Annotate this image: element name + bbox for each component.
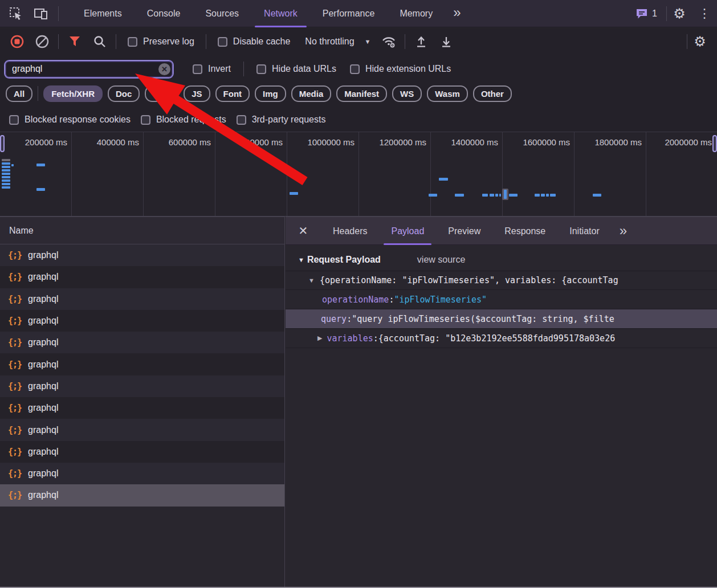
device-toolbar-icon[interactable] xyxy=(28,0,54,27)
close-detail-icon[interactable]: ✕ xyxy=(286,217,321,245)
request-row[interactable]: {;}graphql xyxy=(0,332,284,353)
kebab-menu-icon[interactable]: ⋮ xyxy=(692,0,717,27)
tab-memory[interactable]: Memory xyxy=(387,0,445,27)
blocked-requests-toggle[interactable]: Blocked requests xyxy=(141,115,226,125)
clear-filter-icon[interactable]: ✕ xyxy=(158,63,170,75)
name-column-header[interactable]: Name xyxy=(0,217,284,244)
filter-funnel-icon[interactable] xyxy=(62,29,87,54)
tab-network[interactable]: Network xyxy=(251,0,310,27)
clear-network-log-icon[interactable] xyxy=(30,29,55,54)
blocked-cookies-checkbox[interactable] xyxy=(9,115,19,125)
tab-response[interactable]: Response xyxy=(492,217,557,245)
payload-string-value: "ipFlowTimeseries" xyxy=(394,295,487,305)
view-source-link[interactable]: view source xyxy=(417,255,465,265)
hide-data-urls-checkbox[interactable] xyxy=(256,64,266,74)
import-har-icon[interactable] xyxy=(409,29,434,54)
overview-request-bar xyxy=(2,166,10,168)
request-row[interactable]: {;}graphql xyxy=(0,266,284,288)
inspect-element-icon[interactable] xyxy=(3,0,28,27)
hide-extension-urls-toggle[interactable]: Hide extension URLs xyxy=(350,64,451,74)
preserve-log-toggle[interactable]: Preserve log xyxy=(128,36,194,47)
tab-preview[interactable]: Preview xyxy=(436,217,492,245)
chip-img[interactable]: Img xyxy=(255,85,286,102)
payload-value: {accountTag: "b12e3b2192ee5588fdad995178… xyxy=(378,333,615,344)
throttling-select[interactable]: No throttling ▼ xyxy=(305,36,370,47)
chip-ws[interactable]: WS xyxy=(392,85,422,102)
expand-icon[interactable]: ▼ xyxy=(308,277,315,284)
filter-input[interactable] xyxy=(5,60,173,78)
request-row[interactable]: {;}graphql xyxy=(0,463,284,484)
more-tabs-icon[interactable]: » xyxy=(445,0,469,27)
payload-key: query xyxy=(321,314,347,324)
payload-operation-row[interactable]: operationName: "ipFlowTimeseries" xyxy=(286,290,717,309)
tick-label: 1000000 ms xyxy=(287,132,359,216)
tick-label: 2000000 ms xyxy=(646,132,716,216)
hide-data-urls-toggle[interactable]: Hide data URLs xyxy=(256,64,336,74)
json-braces-icon: {;} xyxy=(8,468,22,479)
overview-grid: 200000 ms 400000 ms 600000 ms 800000 ms … xyxy=(0,132,717,216)
chip-font[interactable]: Font xyxy=(215,85,250,102)
chip-all[interactable]: All xyxy=(6,85,32,102)
network-overview-timeline[interactable]: 200000 ms 400000 ms 600000 ms 800000 ms … xyxy=(0,132,717,217)
filter-input-wrap: ✕ xyxy=(5,60,173,78)
overview-left-handle[interactable] xyxy=(0,135,5,152)
request-row[interactable]: {;}graphql xyxy=(0,375,284,397)
request-name: graphql xyxy=(28,294,58,304)
tab-console[interactable]: Console xyxy=(135,0,193,27)
payload-summary-row[interactable]: ▼ {operationName: "ipFlowTimeseries", va… xyxy=(286,271,717,290)
search-icon[interactable] xyxy=(87,29,112,54)
request-row[interactable]: {;}graphql xyxy=(0,288,284,310)
chip-doc[interactable]: Doc xyxy=(108,85,140,102)
record-button[interactable] xyxy=(5,29,30,54)
issues-button[interactable]: 1 xyxy=(626,8,666,19)
overview-request-bar xyxy=(541,194,545,197)
blocked-requests-checkbox[interactable] xyxy=(141,115,150,125)
payload-query-row[interactable]: query: "query ipFlowTimeseries($accountT… xyxy=(286,309,717,329)
tab-payload[interactable]: Payload xyxy=(379,217,436,245)
disable-cache-checkbox[interactable] xyxy=(218,37,227,47)
requests-list: {;}graphql {;}graphql {;}graphql {;}grap… xyxy=(0,244,284,507)
overview-request-bar xyxy=(495,194,498,197)
payload-key: operationName xyxy=(322,295,389,305)
overview-request-bar xyxy=(2,183,10,185)
third-party-toggle[interactable]: 3rd-party requests xyxy=(237,115,326,125)
network-settings-gear-icon[interactable]: ⚙ xyxy=(687,29,712,54)
hide-extension-urls-checkbox[interactable] xyxy=(350,64,360,74)
invert-toggle[interactable]: Invert xyxy=(193,64,231,74)
detail-more-tabs-icon[interactable]: » xyxy=(612,218,635,243)
invert-checkbox[interactable] xyxy=(193,64,202,74)
chip-media[interactable]: Media xyxy=(291,85,332,102)
export-har-icon[interactable] xyxy=(434,29,459,54)
tab-initiator[interactable]: Initiator xyxy=(557,217,611,245)
chip-wasm[interactable]: Wasm xyxy=(427,85,468,102)
settings-gear-icon[interactable]: ⚙ xyxy=(667,0,692,27)
request-row[interactable]: {;}graphql xyxy=(0,244,284,266)
request-row-selected[interactable]: {;}graphql xyxy=(0,484,284,506)
tab-elements[interactable]: Elements xyxy=(71,0,135,27)
chip-other[interactable]: Other xyxy=(473,85,512,102)
hide-data-urls-label: Hide data URLs xyxy=(272,64,336,74)
third-party-checkbox[interactable] xyxy=(237,115,246,125)
overview-right-handle[interactable] xyxy=(712,135,717,152)
chip-css[interactable]: CSS xyxy=(145,85,178,102)
request-row[interactable]: {;}graphql xyxy=(0,397,284,419)
collapse-icon[interactable]: ▶ xyxy=(317,334,322,342)
chip-js[interactable]: JS xyxy=(184,85,210,102)
tab-sources[interactable]: Sources xyxy=(193,0,251,27)
filter-section: ✕ Invert Hide data URLs Hide extension U… xyxy=(0,55,717,132)
disable-cache-toggle[interactable]: Disable cache xyxy=(218,36,291,47)
request-row[interactable]: {;}graphql xyxy=(0,310,284,332)
tab-headers[interactable]: Headers xyxy=(321,217,379,245)
tab-performance[interactable]: Performance xyxy=(310,0,388,27)
request-row[interactable]: {;}graphql xyxy=(0,419,284,440)
blocked-cookies-toggle[interactable]: Blocked response cookies xyxy=(9,115,131,125)
preserve-log-checkbox[interactable] xyxy=(128,37,137,47)
payload-variables-row[interactable]: ▶ variables: {accountTag: "b12e3b2192ee5… xyxy=(286,329,717,348)
request-row[interactable]: {;}graphql xyxy=(0,353,284,375)
network-conditions-icon[interactable] xyxy=(376,29,401,54)
chip-fetch-xhr[interactable]: Fetch/XHR xyxy=(43,85,103,102)
request-row[interactable]: {;}graphql xyxy=(0,441,284,463)
request-payload-section[interactable]: ▼ Request Payload view source xyxy=(286,249,717,271)
section-expand-icon[interactable]: ▼ xyxy=(298,256,304,263)
chip-manifest[interactable]: Manifest xyxy=(336,85,387,102)
